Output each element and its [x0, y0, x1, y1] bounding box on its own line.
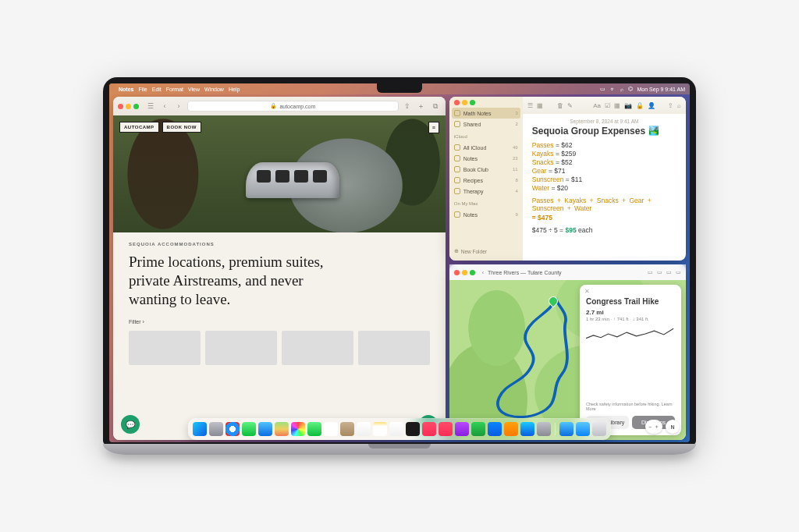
sidebar-toggle-icon[interactable]: ☰: [145, 101, 156, 112]
sidebar-folder-item[interactable]: Therapy4: [449, 186, 523, 197]
map-mode-icon[interactable]: ▭: [657, 269, 662, 275]
menu-view[interactable]: View: [188, 87, 200, 92]
battery-icon[interactable]: ▭: [600, 86, 605, 92]
accommodation-thumbnails: [129, 331, 430, 365]
map-mode-icon[interactable]: ▭: [666, 269, 672, 275]
thumb-1[interactable]: [129, 331, 201, 365]
back-button[interactable]: ‹: [159, 101, 170, 112]
menu-file[interactable]: File: [138, 87, 147, 92]
chat-fab-button[interactable]: 💬: [121, 415, 140, 434]
dock-finder-icon[interactable]: [193, 422, 207, 436]
minimize-button[interactable]: [462, 100, 467, 105]
menu-help[interactable]: Help: [229, 87, 240, 92]
compose-icon[interactable]: ✎: [567, 102, 573, 109]
close-card-icon[interactable]: ✕: [584, 288, 590, 295]
dock-contacts-icon[interactable]: [340, 422, 354, 436]
forward-button[interactable]: ›: [173, 101, 184, 112]
dock-mail-icon[interactable]: [258, 422, 272, 436]
grid-view-icon[interactable]: ▦: [537, 102, 543, 109]
dock-reminders-icon[interactable]: [357, 422, 371, 436]
tabs-icon[interactable]: ⧉: [430, 101, 441, 112]
dock-facetime-icon[interactable]: [307, 422, 321, 436]
search-icon[interactable]: ⌕: [620, 87, 623, 92]
media-icon[interactable]: 📷: [624, 102, 632, 109]
sidebar-folder-item[interactable]: Math Notes3: [452, 108, 520, 119]
menubar-app-name[interactable]: Notes: [119, 87, 133, 92]
sidebar-folder-item[interactable]: Notes9: [449, 209, 523, 220]
menubar-datetime[interactable]: Mon Sep 9 9:41 AM: [637, 87, 685, 92]
filter-button[interactable]: Filter ›: [129, 319, 430, 325]
table-icon[interactable]: ▦: [614, 102, 620, 109]
wifi-icon[interactable]: ᯤ: [610, 87, 616, 92]
close-button[interactable]: [454, 270, 460, 275]
trash-icon[interactable]: 🗑: [557, 102, 563, 109]
dock-downloads-icon[interactable]: [559, 422, 574, 436]
dock-settings-icon[interactable]: [537, 422, 551, 436]
book-now-button[interactable]: BOOK NOW: [162, 122, 201, 133]
minimize-button[interactable]: [126, 104, 131, 109]
folder-icon: [454, 110, 460, 116]
dock-notes-icon[interactable]: [373, 422, 387, 436]
dock-calendar-icon[interactable]: [324, 422, 338, 436]
dock-folder-icon[interactable]: [576, 422, 590, 436]
menu-window[interactable]: Window: [204, 87, 224, 92]
collab-icon[interactable]: 👤: [648, 102, 655, 109]
map-canvas[interactable]: ✕ Congress Trail Hike 2.7 mi 1 hr 23 min…: [449, 280, 686, 440]
thumb-3[interactable]: [282, 331, 353, 365]
zoom-in-icon[interactable]: ＋: [654, 423, 659, 431]
hamburger-icon[interactable]: ≡: [428, 122, 439, 133]
dock-keynote-icon[interactable]: [488, 422, 502, 436]
minimize-button[interactable]: [462, 270, 467, 275]
zoom-control[interactable]: −＋: [645, 420, 662, 434]
thumb-4[interactable]: [358, 331, 430, 365]
dock-podcasts-icon[interactable]: [455, 422, 469, 436]
sidebar-section-header: On My Mac: [449, 198, 523, 209]
new-tab-icon[interactable]: ＋: [416, 101, 427, 112]
close-button[interactable]: [454, 100, 460, 105]
sidebar-folder-item[interactable]: Shared2: [449, 119, 523, 129]
address-bar[interactable]: 🔒 autocamp.com: [187, 101, 399, 112]
safety-notice[interactable]: Check safety information before hiking. …: [586, 402, 675, 411]
menu-edit[interactable]: Edit: [152, 87, 162, 92]
sidebar-folder-item[interactable]: All iCloud49: [449, 142, 523, 153]
map-mode-icon[interactable]: ▭: [648, 269, 653, 275]
sidebar-folder-item[interactable]: Book Club11: [449, 164, 523, 175]
sidebar-folder-item[interactable]: Recipes8: [449, 175, 523, 186]
dock-tv-icon[interactable]: [406, 422, 420, 436]
map-mode-icon[interactable]: ▭: [676, 269, 681, 275]
list-view-icon[interactable]: ☰: [527, 102, 533, 109]
trail-info-card: ✕ Congress Trail Hike 2.7 mi 1 hr 23 min…: [580, 285, 681, 435]
dock-news-icon[interactable]: [439, 422, 453, 436]
dock-appstore-icon[interactable]: [520, 422, 534, 436]
share-icon[interactable]: ⇪: [402, 101, 413, 112]
close-button[interactable]: [118, 104, 123, 109]
checklist-icon[interactable]: ☑: [605, 102, 610, 109]
dock-maps-icon[interactable]: [275, 422, 289, 436]
dock-safari-icon[interactable]: [225, 422, 240, 436]
site-logo-badge[interactable]: AUTOCAMP: [119, 122, 159, 133]
zoom-button[interactable]: [470, 100, 475, 105]
compass-button[interactable]: N: [666, 420, 680, 434]
thumb-2[interactable]: [205, 331, 277, 365]
share-icon[interactable]: ⇪: [668, 102, 673, 109]
dock-freeform-icon[interactable]: [389, 422, 403, 436]
dock-photos-icon[interactable]: [291, 422, 305, 436]
dock-launchpad-icon[interactable]: [209, 422, 223, 436]
zoom-button[interactable]: [133, 104, 139, 109]
lock-icon[interactable]: 🔒: [636, 102, 644, 109]
search-icon[interactable]: ⌕: [677, 102, 681, 109]
format-icon[interactable]: Aa: [593, 102, 601, 109]
zoom-button[interactable]: [470, 270, 475, 275]
note-content[interactable]: September 8, 2024 at 9:41 AM Sequoia Gro…: [523, 114, 686, 261]
zoom-out-icon[interactable]: −: [648, 424, 652, 430]
back-icon[interactable]: ‹: [482, 270, 484, 275]
menu-format[interactable]: Format: [166, 87, 183, 92]
dock-music-icon[interactable]: [422, 422, 436, 436]
dock-trash-icon[interactable]: [592, 422, 606, 436]
new-folder-button[interactable]: ⊕ New Folder: [449, 245, 523, 257]
sidebar-folder-item[interactable]: Notes23: [449, 153, 523, 164]
dock-messages-icon[interactable]: [242, 422, 256, 436]
control-center-icon[interactable]: ⌬: [628, 86, 633, 92]
dock-pages-icon[interactable]: [504, 422, 518, 436]
dock-numbers-icon[interactable]: [471, 422, 485, 436]
